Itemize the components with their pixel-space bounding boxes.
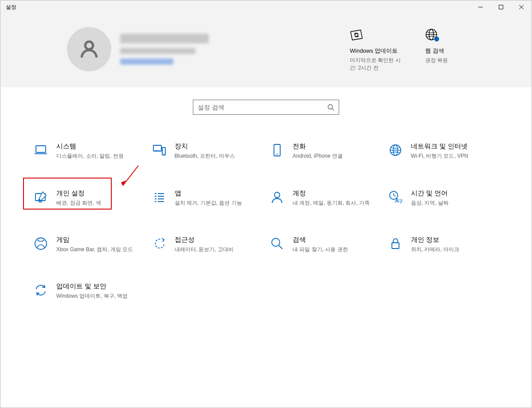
svg-point-40 — [35, 238, 47, 249]
status-update-title: Windows 업데이트 — [350, 47, 403, 55]
user-link-blurred — [120, 58, 173, 65]
card-title: 접근성 — [175, 236, 234, 244]
apps-icon — [152, 190, 167, 205]
sync-icon — [350, 27, 403, 43]
card-title: 업데이트 및 보안 — [56, 282, 128, 291]
svg-line-22 — [123, 166, 138, 186]
laptop-icon — [33, 143, 48, 158]
maximize-button[interactable] — [491, 0, 511, 14]
card-sub: 배경, 잠금 화면, 색 — [56, 199, 101, 206]
search-box[interactable] — [193, 100, 339, 115]
minimize-button[interactable] — [470, 0, 491, 14]
card-title: 계정 — [293, 189, 370, 198]
card-title: 검색 — [293, 236, 348, 244]
card-title: 장치 — [175, 142, 235, 151]
personalization-icon — [33, 190, 48, 205]
lock-icon — [388, 237, 403, 252]
user-name-blurred — [120, 34, 209, 43]
magnifier-icon — [270, 237, 285, 252]
card-sub: 설치 제거, 기본값, 옵션 기능 — [175, 199, 242, 206]
svg-rect-43 — [392, 243, 399, 249]
card-sub: 내레이터, 돋보기, 고대비 — [175, 246, 234, 253]
card-title: 시간 및 언어 — [411, 189, 449, 198]
search-icon — [327, 104, 334, 111]
card-gaming[interactable]: 게임 Xbox Game Bar, 캡처, 게임 모드 — [30, 232, 148, 256]
status-websearch-title: 웹 검색 — [425, 47, 478, 55]
card-title: 개인 정보 — [411, 236, 459, 244]
time-language-icon: A字 — [388, 190, 403, 205]
user-block[interactable] — [67, 27, 209, 71]
annotation-arrow — [118, 163, 141, 192]
svg-point-34 — [274, 192, 280, 198]
card-phone[interactable]: 전화 Android, iPhone 연결 — [266, 139, 384, 163]
card-sub: 위치, 카메라, 마이크 — [411, 246, 459, 253]
window-title: 설정 — [0, 4, 16, 11]
card-search[interactable]: 검색 내 파일 찾기, 사용 권한 — [266, 232, 384, 256]
svg-point-18 — [277, 154, 278, 155]
svg-line-42 — [279, 245, 282, 249]
card-accounts[interactable]: 계정 내 계정, 메일, 동기화, 회사, 가족 — [266, 186, 384, 210]
card-update-security[interactable]: 업데이트 및 보안 Windows 업데이트, 복구, 백업 — [30, 279, 148, 303]
status-windows-update[interactable]: Windows 업데이트 마지막으로 확인한 시간: 2시간 전 — [350, 27, 403, 71]
svg-point-9 — [328, 105, 332, 109]
devices-icon — [152, 143, 167, 158]
svg-rect-11 — [36, 146, 46, 152]
window-controls — [470, 0, 532, 14]
svg-text:字: 字 — [399, 198, 403, 204]
svg-marker-23 — [121, 180, 126, 186]
svg-point-4 — [85, 42, 93, 50]
card-title: 게임 — [56, 236, 133, 244]
card-title: 시스템 — [56, 142, 124, 151]
status-cards: Windows 업데이트 마지막으로 확인한 시간: 2시간 전 웹 검색 권장… — [350, 27, 478, 71]
titlebar: 설정 — [0, 0, 532, 14]
svg-point-41 — [272, 238, 280, 246]
card-sub: 디스플레이, 소리, 알림, 전원 — [56, 152, 124, 159]
card-sub: 음성, 지역, 날짜 — [411, 199, 449, 206]
card-sub: 내 파일 찾기, 사용 권한 — [293, 246, 348, 253]
card-sub: Xbox Game Bar, 캡처, 게임 모드 — [56, 246, 133, 253]
header: Windows 업데이트 마지막으로 확인한 시간: 2시간 전 웹 검색 권장… — [0, 14, 532, 87]
avatar — [67, 27, 111, 71]
svg-line-37 — [394, 195, 395, 196]
user-text — [120, 34, 209, 65]
card-privacy[interactable]: 개인 정보 위치, 카메라, 마이크 — [384, 232, 503, 256]
card-ease-of-access[interactable]: 접근성 내레이터, 돋보기, 고대비 — [148, 232, 266, 256]
accessibility-icon — [152, 237, 167, 252]
card-title: 개인 설정 — [56, 189, 101, 198]
status-web-search[interactable]: 웹 검색 권장 복원 — [425, 27, 478, 71]
settings-grid: 시스템 디스플레이, 소리, 알림, 전원 장치 Bluetooth, 프린터,… — [0, 130, 532, 303]
globe-icon — [388, 143, 403, 158]
search-input[interactable] — [198, 104, 327, 111]
card-sub: Bluetooth, 프린터, 마우스 — [175, 152, 235, 159]
card-sub: 내 계정, 메일, 동기화, 회사, 가족 — [293, 199, 370, 206]
close-button[interactable] — [511, 0, 532, 14]
svg-rect-13 — [153, 145, 161, 151]
svg-point-8 — [434, 37, 439, 42]
status-update-sub: 마지막으로 확인한 시간: 2시간 전 — [350, 57, 403, 72]
phone-icon — [270, 143, 285, 158]
globe-badge-icon — [425, 27, 478, 43]
card-apps[interactable]: 앱 설치 제거, 기본값, 옵션 기능 — [148, 186, 266, 210]
card-system[interactable]: 시스템 디스플레이, 소리, 알림, 전원 — [30, 139, 148, 163]
card-sub: Windows 업데이트, 복구, 백업 — [56, 292, 128, 299]
card-title: 전화 — [293, 142, 343, 151]
settings-window: 설정 — [0, 0, 532, 408]
card-sub: Wi-Fi, 비행기 모드, VPN — [411, 152, 468, 159]
search-row — [0, 87, 532, 130]
card-devices[interactable]: 장치 Bluetooth, 프린터, 마우스 — [148, 139, 266, 163]
card-sub: Android, iPhone 연결 — [293, 152, 343, 159]
card-personalization[interactable]: 개인 설정 배경, 잠금 화면, 색 — [30, 186, 148, 210]
person-icon — [270, 190, 285, 205]
card-network[interactable]: 네트워크 및 인터넷 Wi-Fi, 비행기 모드, VPN — [384, 139, 503, 163]
svg-rect-1 — [499, 5, 503, 9]
xbox-icon — [33, 237, 48, 252]
update-icon — [33, 283, 48, 298]
card-title: 네트워크 및 인터넷 — [411, 142, 468, 151]
user-email-blurred — [120, 48, 196, 54]
card-title: 앱 — [175, 189, 242, 198]
status-websearch-sub: 권장 복원 — [425, 57, 478, 64]
card-time-language[interactable]: A字 시간 및 언어 음성, 지역, 날짜 — [384, 186, 503, 210]
svg-line-10 — [332, 109, 334, 110]
svg-point-15 — [163, 153, 164, 154]
